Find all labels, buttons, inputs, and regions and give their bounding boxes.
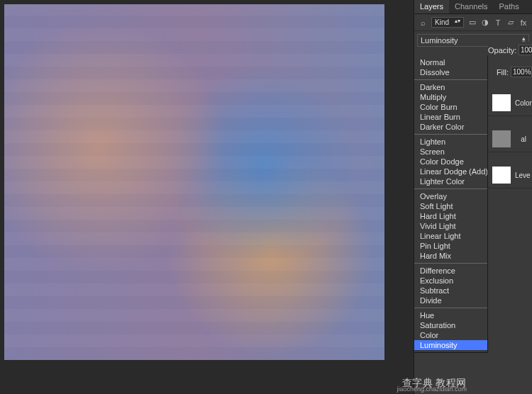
adjust-filter-icon[interactable]: ◑	[481, 18, 489, 28]
blend-mode-option[interactable]: Overlay	[414, 191, 487, 201]
workspace	[0, 0, 414, 394]
layer-label: Color	[515, 99, 532, 107]
blend-mode-current: Luminosity	[421, 36, 458, 45]
blend-mode-option[interactable]: Multiply	[414, 92, 487, 102]
blend-mode-option[interactable]: Lighter Color	[414, 176, 487, 186]
search-icon: ⌕	[419, 18, 427, 28]
blend-mode-option[interactable]: Hard Mix	[414, 251, 487, 261]
type-filter-icon[interactable]: T	[494, 18, 502, 28]
fill-value-input[interactable]: 100%	[511, 67, 532, 77]
blend-mode-option[interactable]: Color	[414, 330, 487, 340]
filter-kind-label: Kind	[435, 18, 449, 26]
blend-mode-option[interactable]: Color Dodge	[414, 157, 487, 167]
blend-mode-option[interactable]: Pin Light	[414, 241, 487, 251]
blend-mode-option[interactable]: Divide	[414, 296, 487, 305]
blend-mode-option[interactable]: Darker Color	[414, 122, 487, 132]
tab-paths[interactable]: Paths	[494, 0, 525, 13]
blend-mode-option[interactable]: Linear Dodge (Add)	[414, 167, 487, 176]
layer-thumbnail	[492, 130, 511, 147]
layer-thumbnail	[492, 94, 511, 111]
blend-mode-option[interactable]: Screen	[414, 147, 487, 157]
opacity-value-input[interactable]: 100%	[519, 45, 532, 55]
blend-mode-option[interactable]: Luminosity	[414, 340, 487, 350]
tab-layers[interactable]: Layers	[414, 0, 449, 13]
blend-mode-option[interactable]: Hue	[414, 310, 487, 320]
blend-mode-option[interactable]: Linear Burn	[414, 112, 487, 122]
layer-thumbnail	[492, 167, 511, 184]
blend-mode-option[interactable]: Saturation	[414, 320, 487, 330]
tab-channels[interactable]: Channels	[449, 0, 493, 13]
layer-row[interactable]: Color	[488, 90, 532, 116]
blend-mode-option[interactable]: Color Burn	[414, 102, 487, 112]
blend-mode-list[interactable]: NormalDissolveDarkenMultiplyColor BurnLi…	[414, 55, 488, 353]
pixel-filter-icon[interactable]: ▭	[468, 18, 477, 28]
filter-row: ⌕ Kind ▴▾ ▭ ◑ T ▱ fx	[414, 14, 532, 31]
blend-mode-option[interactable]: Vivid Light	[414, 221, 487, 231]
layer-label: Leve	[515, 171, 532, 179]
layer-row[interactable]: al	[488, 126, 532, 152]
shape-filter-icon[interactable]: ▱	[506, 18, 515, 28]
filter-kind-dropdown[interactable]: Kind ▴▾	[431, 17, 464, 28]
fill-row: Fill: 100%	[488, 64, 532, 80]
layer-list: Color al Leve	[488, 90, 532, 188]
chevron-updown-icon: ▴▾	[455, 18, 460, 24]
layer-label: al	[515, 135, 528, 143]
blend-mode-option[interactable]: Dissolve	[414, 67, 487, 77]
blend-mode-option[interactable]: Normal	[414, 57, 487, 67]
opacity-label: Opacity:	[488, 46, 516, 55]
blend-mode-option[interactable]: Soft Light	[414, 201, 487, 211]
blend-mode-option[interactable]: Difference	[414, 266, 487, 276]
watermark-url: jiaocheng.chazidian.com	[397, 385, 467, 393]
smart-filter-icon[interactable]: fx	[519, 18, 528, 28]
blend-mode-option[interactable]: Lighten	[414, 137, 487, 147]
blend-mode-option[interactable]: Darken	[414, 82, 487, 92]
opacity-fill-area: Opacity: 100% Fill: 100% Color al Leve	[488, 42, 532, 188]
blend-mode-option[interactable]: Linear Light	[414, 231, 487, 241]
opacity-row: Opacity: 100%	[488, 42, 532, 58]
document-canvas[interactable]	[4, 4, 384, 360]
layer-row[interactable]: Leve	[488, 162, 532, 188]
fill-label: Fill:	[488, 68, 509, 77]
panel-tabs: Layers Channels Paths	[414, 0, 532, 14]
blend-mode-option[interactable]: Hard Light	[414, 211, 487, 221]
blend-mode-option[interactable]: Subtract	[414, 286, 487, 296]
blend-mode-option[interactable]: Exclusion	[414, 276, 487, 286]
